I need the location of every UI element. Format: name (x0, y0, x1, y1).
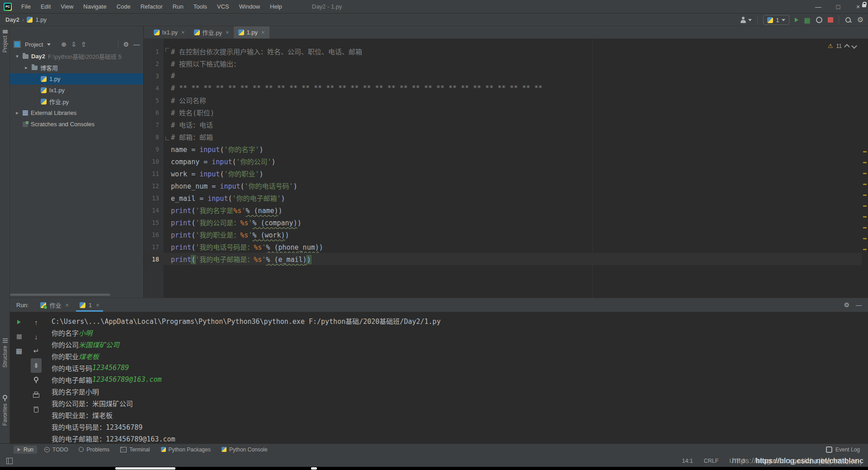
warnings-count: 11 (836, 43, 842, 49)
down-stack-trace-button[interactable]: ↓ (31, 329, 42, 344)
user-icon (740, 16, 747, 24)
tool-window-button-problems[interactable]: Problems (75, 446, 113, 454)
breadcrumb-file[interactable]: 1.py (35, 16, 47, 23)
collapse-all-icon[interactable]: ⇧ (81, 41, 86, 48)
fold-marker (164, 45, 171, 57)
menu-item-4[interactable]: Code (112, 0, 136, 14)
problems-icon (79, 447, 84, 452)
console-line-10: 我的电子邮箱是：123456789@163.com (52, 432, 863, 444)
pycharm-window: FileEditViewNavigateCodeRefactorRunTools… (0, 0, 868, 470)
code-text: phone_num = input('你的电话号码') (171, 181, 297, 190)
soft-wrap-button[interactable]: ↵ (31, 344, 42, 358)
status-item-1[interactable]: CRLF (704, 458, 719, 464)
close-icon[interactable]: × (96, 302, 99, 309)
folder-icon (32, 66, 38, 70)
scroll-to-end-button[interactable]: ⇟ (31, 358, 42, 373)
editor-tab-2[interactable]: 1.py× (234, 26, 269, 38)
run-tab-1[interactable]: 1× (74, 298, 105, 312)
editor-tab-1[interactable]: 作业.py× (189, 26, 234, 38)
tree-item-5[interactable]: ▸External Libraries (10, 107, 143, 119)
toolbar-divider (757, 16, 758, 24)
console-output[interactable]: C:\Users\...\AppData\Local\Programs\Pyth… (52, 315, 863, 443)
menu-item-7[interactable]: Tools (189, 0, 212, 14)
profiler-icon[interactable] (816, 17, 822, 23)
breadcrumb-project[interactable]: Day2 (5, 16, 19, 23)
menu-item-8[interactable]: VCS (212, 0, 234, 14)
window-title: Day2 - 1.py (312, 0, 342, 14)
close-icon[interactable]: × (226, 29, 229, 36)
code-text: print('我的职业是：%s'% (work)) (171, 230, 289, 239)
stripe-tab-favorites[interactable]: Favorites (0, 395, 10, 426)
restore-layout-button[interactable]: ▦ (14, 344, 24, 358)
console-line-5: 你的电子邮箱123456789@163.com (52, 374, 863, 385)
tree-item-4[interactable]: 作业.py (10, 96, 143, 107)
stripe-tab-structure[interactable]: Structure (0, 338, 10, 368)
line-number: 13 (144, 195, 164, 202)
project-panel-title[interactable]: Project (25, 41, 43, 48)
tree-item-2[interactable]: 1.py (10, 73, 143, 85)
minimize-button[interactable]: — (808, 0, 828, 14)
tool-window-button-run[interactable]: Run (14, 446, 37, 454)
tree-item-6[interactable]: Scratches and Consoles (10, 119, 143, 130)
lock-icon (862, 4, 866, 7)
prev-warning-icon[interactable] (844, 44, 850, 50)
python-icon (40, 302, 46, 308)
stripe-label: Favorites (2, 404, 8, 426)
panel-settings-gear-icon[interactable]: ⚙ (123, 41, 129, 48)
run-configuration-select[interactable]: 1 (763, 15, 789, 25)
hide-run-panel-icon[interactable]: — (856, 302, 862, 309)
menu-item-2[interactable]: View (56, 0, 78, 14)
tree-item-3[interactable]: lx1.py (10, 85, 143, 96)
menu-item-10[interactable]: Help (265, 0, 287, 14)
locate-file-icon[interactable]: ⊕ (61, 41, 66, 48)
menu-item-0[interactable]: File (16, 0, 36, 14)
stop-process-button[interactable] (14, 329, 24, 344)
tool-window-switcher-icon[interactable] (6, 458, 13, 464)
stripe-tab-project[interactable]: Project (0, 30, 10, 52)
code-line-15: 15print('我的公司是：%s'% (company)) (144, 216, 862, 228)
menu-item-3[interactable]: Navigate (78, 0, 111, 14)
editor-tab-0[interactable]: lx1.py× (149, 26, 189, 38)
print-button[interactable] (31, 387, 42, 402)
tool-window-button-todo[interactable]: TODO (41, 446, 71, 454)
tool-window-button-terminal[interactable]: Terminal (117, 446, 153, 454)
close-icon[interactable]: × (181, 29, 185, 36)
code-line-7: 7# 电话：电话 (144, 119, 862, 131)
tree-item-1[interactable]: ▸博客用 (10, 62, 143, 73)
run-tab-0[interactable]: 作业× (35, 298, 74, 312)
tool-window-button-python-packages[interactable]: Python Packages (157, 446, 214, 454)
vcs-user-button[interactable] (740, 16, 752, 24)
settings-gear-icon[interactable]: ⚙ (857, 16, 863, 24)
status-item-0[interactable]: 14:1 (682, 458, 693, 464)
up-stack-trace-button[interactable]: ↑ (31, 315, 42, 329)
maximize-button[interactable]: □ (828, 0, 848, 14)
rerun-button[interactable] (14, 315, 24, 329)
pin-tab-button[interactable] (31, 373, 42, 387)
menu-item-1[interactable]: Edit (36, 0, 56, 14)
clear-console-button[interactable] (31, 402, 42, 416)
tree-item-0[interactable]: ▾Day2 F:\python基础\2020基础班 5 (10, 51, 143, 62)
run-settings-gear-icon[interactable]: ⚙ (844, 301, 849, 309)
expand-all-icon[interactable]: ⇩ (71, 41, 76, 48)
next-warning-icon[interactable] (851, 43, 857, 49)
event-log-button[interactable]: Event Log (826, 446, 868, 453)
tool-window-button-python-console[interactable]: Python Console (218, 446, 271, 454)
hide-panel-icon[interactable]: — (133, 41, 140, 48)
menu-item-5[interactable]: Refactor (136, 0, 168, 14)
error-stripe[interactable] (863, 39, 867, 298)
close-icon[interactable]: × (65, 302, 69, 309)
code-editor[interactable]: 1# 在控制台依次提示用户输入：姓名、公司、职位、电话、邮箱2# 按照以下格式输… (144, 39, 868, 298)
warning-stripe-mark (863, 249, 867, 250)
run-button[interactable] (795, 18, 798, 22)
menu-item-6[interactable]: Run (168, 0, 189, 14)
menu-item-9[interactable]: Window (234, 0, 265, 14)
fold-marker (164, 57, 171, 70)
inspections-widget[interactable]: ⚠ 11 (828, 43, 856, 49)
coverage-run-icon[interactable]: ▦ (804, 17, 810, 24)
close-icon[interactable]: × (261, 29, 265, 36)
project-horizontal-scrollbar[interactable] (10, 294, 110, 296)
chevron-down-icon[interactable] (47, 43, 51, 46)
stop-button[interactable] (828, 17, 833, 23)
search-everywhere-icon[interactable] (844, 16, 852, 24)
fold-marker (164, 82, 171, 94)
